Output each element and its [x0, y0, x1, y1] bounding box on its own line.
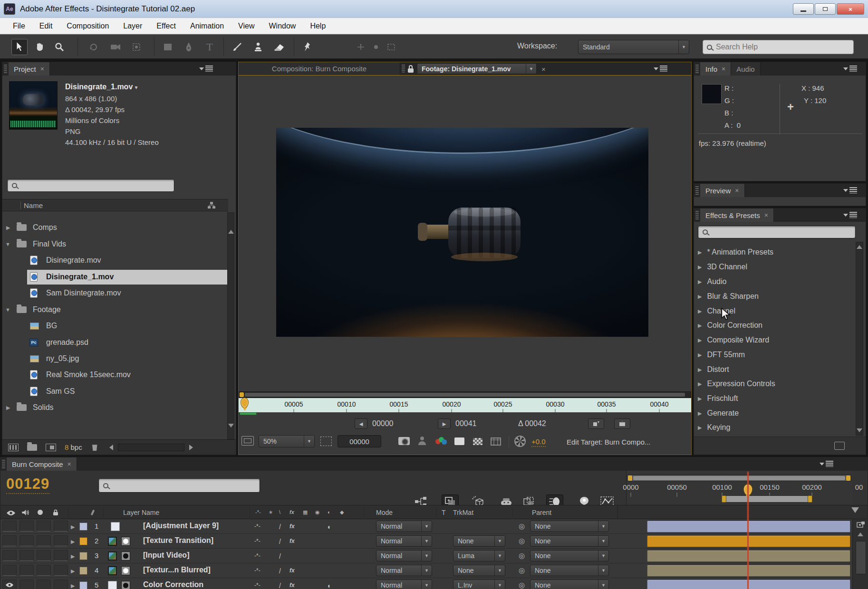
tab-info[interactable]: Info ×: [700, 62, 731, 76]
eraser-tool[interactable]: [271, 39, 287, 55]
collapse-switch[interactable]: -*-: [254, 538, 260, 544]
twirl-icon[interactable]: ▶: [71, 524, 75, 530]
layer-name[interactable]: Color Correction: [143, 580, 203, 589]
trkmat-dropdown[interactable]: None▼: [453, 535, 505, 547]
panel-menu-button[interactable]: [839, 212, 861, 218]
close-icon[interactable]: ×: [68, 460, 71, 468]
preview-toggle-icon[interactable]: [241, 436, 254, 446]
viewer-scrollbar[interactable]: [239, 391, 691, 398]
effects-category-composite-wizard[interactable]: ▶Composite Wizard: [698, 333, 769, 347]
close-icon[interactable]: ×: [541, 65, 546, 75]
fx-switch[interactable]: fx: [289, 567, 295, 574]
mode-dropdown[interactable]: Normal▼: [376, 521, 432, 532]
scroll-up-icon[interactable]: [857, 245, 862, 249]
viewer-frame-field[interactable]: 00000: [338, 435, 381, 447]
panel-grip-icon[interactable]: [695, 211, 699, 219]
parent-pickwhip-icon[interactable]: ◎: [519, 551, 525, 560]
menu-window[interactable]: Window: [262, 18, 303, 34]
collapse-switch[interactable]: -*-: [254, 567, 260, 574]
parent-dropdown[interactable]: None▼: [530, 550, 609, 561]
exposure-value[interactable]: +0.0: [531, 437, 546, 447]
effects-category-audio[interactable]: ▶Audio: [698, 275, 726, 288]
mode-dropdown[interactable]: Normal▼: [376, 580, 432, 589]
pen-tool[interactable]: [181, 39, 197, 55]
scroll-down-icon[interactable]: [857, 428, 862, 432]
zoom-handle-left[interactable]: [628, 475, 632, 481]
audio-toggle[interactable]: [19, 550, 34, 561]
solo-toggle[interactable]: [37, 521, 51, 532]
magnification-dropdown[interactable]: 50% ▼: [259, 435, 315, 447]
footage-image[interactable]: [276, 128, 648, 337]
parent-pickwhip-icon[interactable]: ◎: [519, 566, 525, 575]
layer-name[interactable]: [Textur...n Blurred]: [143, 566, 211, 574]
parent-dropdown[interactable]: None▼: [530, 535, 609, 547]
close-icon[interactable]: ×: [735, 187, 739, 194]
close-icon[interactable]: ×: [40, 65, 44, 73]
close-icon[interactable]: ×: [722, 65, 725, 73]
mode-column-label[interactable]: Mode: [376, 509, 393, 516]
selection-tool[interactable]: [11, 39, 28, 55]
t-column-label[interactable]: T: [442, 509, 446, 516]
menu-file[interactable]: File: [6, 18, 32, 34]
menu-composition[interactable]: Composition: [59, 18, 116, 34]
layer-row-4[interactable]: ▶ 4 [Textur...n Blurred] -*- / fx Normal…: [0, 563, 868, 578]
scroll-right-icon[interactable]: [189, 445, 196, 450]
new-folder-icon[interactable]: [27, 444, 37, 451]
twirl-icon[interactable]: ▶: [6, 405, 10, 411]
parent-column-label[interactable]: Parent: [532, 509, 551, 516]
tab-audio[interactable]: Audio: [731, 62, 760, 76]
audio-toggle[interactable]: [19, 535, 34, 546]
layer-duration-bar[interactable]: [647, 580, 850, 589]
collapse-switch[interactable]: -*-: [254, 523, 260, 530]
effects-scrollbar[interactable]: [856, 242, 863, 436]
project-row-ny05[interactable]: ny_05.jpg: [2, 351, 229, 366]
project-row-sam-gs[interactable]: Sam GS: [2, 384, 229, 399]
lock-toggle[interactable]: [54, 580, 68, 589]
panel-menu-button[interactable]: [839, 66, 861, 72]
effects-category-keying[interactable]: ▶Keying: [698, 421, 730, 434]
restore-button[interactable]: [815, 3, 836, 15]
label-color-swatch[interactable]: [79, 567, 87, 575]
effects-category-blur-sharpen[interactable]: ▶Blur & Sharpen: [698, 290, 759, 303]
panel-menu-button[interactable]: [195, 66, 217, 72]
chevron-down-icon[interactable]: ▾: [135, 84, 137, 91]
trash-icon[interactable]: [92, 444, 98, 451]
layer-duration-bar[interactable]: [647, 535, 850, 547]
project-search-box[interactable]: [7, 179, 174, 192]
timeline-search-box[interactable]: [98, 478, 260, 493]
tab-project[interactable]: Project ×: [9, 62, 50, 76]
out-point-value[interactable]: 00041: [455, 419, 477, 428]
menu-view[interactable]: View: [231, 18, 261, 34]
hand-tool[interactable]: [31, 39, 48, 55]
trkmat-column-label[interactable]: TrkMat: [453, 509, 473, 516]
menu-animation[interactable]: Animation: [183, 18, 231, 34]
scrollbar-thumb[interactable]: [856, 541, 866, 574]
rotation-tool[interactable]: [86, 39, 102, 55]
tab-burn-composite[interactable]: Burn Composite ×: [7, 457, 77, 471]
menu-effect[interactable]: Effect: [149, 18, 183, 34]
align-icon-1[interactable]: [353, 39, 369, 55]
viewer-time-ruler[interactable]: 0 00005 00010 00015 00020 00025 00030 00…: [239, 398, 691, 412]
bit-depth-button[interactable]: 8 bpc: [65, 443, 82, 451]
layer-duration-bar[interactable]: [647, 550, 850, 562]
quality-switch[interactable]: /: [279, 567, 281, 575]
fx-switch[interactable]: fx: [289, 523, 295, 530]
adjustment-layer-switch[interactable]: ◐: [328, 582, 331, 589]
effects-search-box[interactable]: [698, 226, 856, 238]
shape-tool[interactable]: [160, 39, 176, 55]
twirl-icon[interactable]: ▼: [5, 241, 10, 247]
panel-grip-icon[interactable]: [402, 65, 405, 73]
scroll-left-icon[interactable]: [106, 445, 113, 450]
in-point-button[interactable]: ◀: [355, 418, 367, 429]
menu-layer[interactable]: Layer: [116, 18, 149, 34]
panel-menu-button[interactable]: [816, 461, 837, 467]
layer-row-2[interactable]: ▶ 2 [Texture Transition] -*- / fx Normal…: [0, 534, 868, 549]
lock-toggle[interactable]: [54, 521, 68, 532]
tab-effects-presets[interactable]: Effects & Presets ×: [700, 209, 774, 222]
panel-grip-icon[interactable]: [695, 186, 699, 195]
title-bar[interactable]: Ae Adobe After Effects - Disintegrate Tu…: [0, 0, 868, 18]
project-row-comps[interactable]: ▶ Comps: [2, 220, 229, 235]
overlay-edit-button[interactable]: [614, 418, 630, 429]
trkmat-dropdown[interactable]: None▼: [453, 565, 505, 576]
twirl-icon[interactable]: ▶: [71, 553, 75, 560]
